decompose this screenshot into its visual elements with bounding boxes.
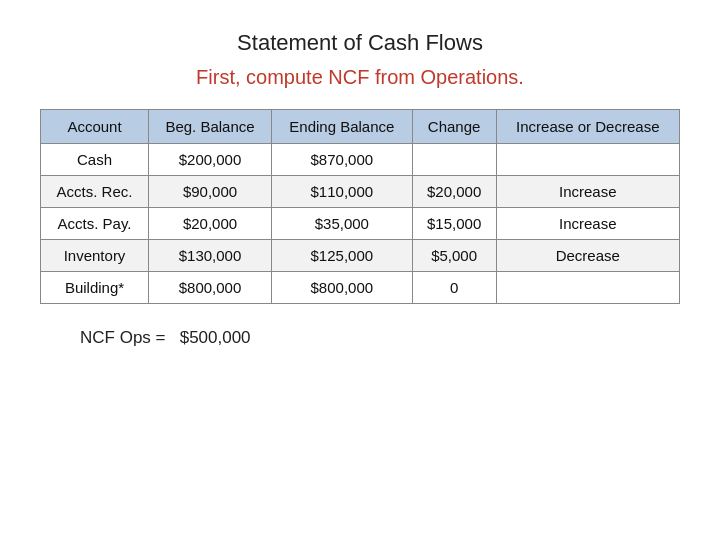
sub-title: First, compute NCF from Operations. — [196, 66, 524, 89]
col-header-change: Change — [412, 110, 496, 144]
table-cell: $110,000 — [272, 176, 413, 208]
col-header-inc-dec: Increase or Decrease — [496, 110, 679, 144]
table-cell: Building* — [41, 272, 149, 304]
table-cell: Accts. Pay. — [41, 208, 149, 240]
table-cell: Cash — [41, 144, 149, 176]
table-cell: $125,000 — [272, 240, 413, 272]
table-cell: $20,000 — [412, 176, 496, 208]
table-row: Accts. Rec.$90,000$110,000$20,000Increas… — [41, 176, 680, 208]
col-header-account: Account — [41, 110, 149, 144]
table-cell: Increase — [496, 208, 679, 240]
table-cell: $15,000 — [412, 208, 496, 240]
ncf-ops: NCF Ops = $500,000 — [80, 328, 251, 348]
cash-flows-table: Account Beg. Balance Ending Balance Chan… — [40, 109, 680, 304]
table-container: Account Beg. Balance Ending Balance Chan… — [40, 109, 680, 304]
ncf-ops-label: NCF Ops = — [80, 328, 166, 347]
table-cell: $35,000 — [272, 208, 413, 240]
table-cell: $5,000 — [412, 240, 496, 272]
table-cell: $800,000 — [149, 272, 272, 304]
table-cell — [496, 272, 679, 304]
table-row: Cash$200,000$870,000 — [41, 144, 680, 176]
ncf-ops-value: $500,000 — [180, 328, 251, 347]
table-cell: $20,000 — [149, 208, 272, 240]
table-row: Building*$800,000$800,0000 — [41, 272, 680, 304]
table-cell: $870,000 — [272, 144, 413, 176]
table-cell: Inventory — [41, 240, 149, 272]
table-row: Accts. Pay.$20,000$35,000$15,000Increase — [41, 208, 680, 240]
table-row: Inventory$130,000$125,000$5,000Decrease — [41, 240, 680, 272]
table-cell: Increase — [496, 176, 679, 208]
table-cell: Accts. Rec. — [41, 176, 149, 208]
table-cell: $130,000 — [149, 240, 272, 272]
table-cell — [412, 144, 496, 176]
table-cell: $200,000 — [149, 144, 272, 176]
table-cell: $800,000 — [272, 272, 413, 304]
col-header-ending-balance: Ending Balance — [272, 110, 413, 144]
col-header-beg-balance: Beg. Balance — [149, 110, 272, 144]
table-cell — [496, 144, 679, 176]
main-title: Statement of Cash Flows — [237, 30, 483, 56]
table-cell: Decrease — [496, 240, 679, 272]
table-cell: $90,000 — [149, 176, 272, 208]
table-cell: 0 — [412, 272, 496, 304]
